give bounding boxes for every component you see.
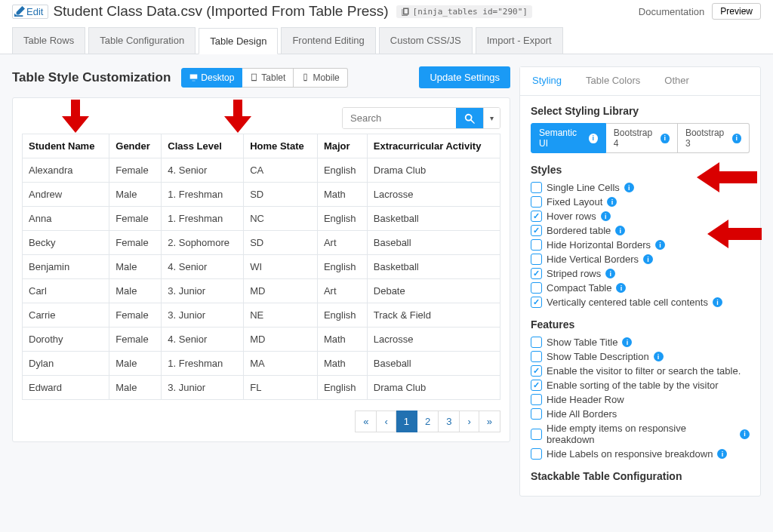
table-cell: Edward [23,376,109,400]
panel-tab[interactable]: Other [652,67,701,95]
table-cell: 1. Freshman [162,183,244,207]
edit-link[interactable]: Edit [12,5,48,19]
checkbox[interactable] [531,211,542,222]
checkbox-row: Hide Labels on responsive breakdowni [531,447,750,461]
info-icon[interactable]: i [616,283,626,293]
table-row: CarrieFemale3. JuniorNEEnglishTrack & Fi… [23,303,500,328]
table-cell: 1. Freshman [162,352,244,376]
column-header[interactable]: Major [317,134,367,158]
column-header[interactable]: Home State [244,134,318,158]
table-cell: Alexandra [23,158,109,183]
info-icon[interactable]: i [607,197,617,207]
checkbox[interactable] [531,239,542,251]
main-tab[interactable]: Table Design [199,28,278,54]
pager-prev[interactable]: ‹ [377,411,396,432]
shortcode-chip[interactable]: [ninja_tables id="290"] [396,5,532,18]
info-icon[interactable]: i [622,337,632,347]
device-tablet[interactable]: Tablet [242,68,294,88]
table-cell: Math [317,352,367,376]
checkbox-label: Show Table Description [547,351,649,362]
checkbox-row: Compact Tablei [531,281,750,295]
info-icon[interactable]: i [654,352,664,361]
library-toggle: Semantic UI iBootstrap 4 iBootstrap 3 i [531,123,750,153]
main-tab[interactable]: Frontend Editing [281,27,375,54]
checkbox[interactable] [531,182,542,193]
pager-page[interactable]: 2 [417,411,439,432]
checkbox-label: Enable the visitor to filter or search t… [547,365,741,377]
checkbox[interactable] [531,225,542,236]
panel-tab[interactable]: Styling [520,67,574,95]
search-input[interactable] [343,108,456,128]
pager-first[interactable]: « [355,411,377,432]
table-cell: Track & Field [367,303,500,328]
table-cell: Anna [23,207,109,231]
pager-page[interactable]: 3 [439,411,460,432]
info-icon[interactable]: i [624,183,634,192]
pager-last[interactable]: » [479,411,500,432]
checkbox[interactable] [531,365,542,377]
table-cell: Carl [23,279,109,303]
device-mobile[interactable]: Mobile [294,68,347,88]
info-icon: i [732,134,741,143]
info-icon[interactable]: i [655,240,665,250]
table-row: AnnaFemale1. FreshmanNCEnglishBasketball [23,207,500,231]
checkbox-label: Single Line Cells [547,182,620,193]
checkbox[interactable] [531,337,542,348]
column-header[interactable]: Extracurricular Activity [367,134,500,158]
main-tab[interactable]: Table Rows [12,27,85,54]
info-icon[interactable]: i [643,254,653,264]
checkbox-label: Hide empty items on responsive breakdown [547,423,735,445]
table-cell: Male [109,279,162,303]
update-settings-button[interactable]: Update Settings [419,66,510,88]
checkbox-label: Vertically centered table cell contents [547,297,708,308]
panel-tab[interactable]: Table Colors [574,67,652,95]
info-icon[interactable]: i [601,211,611,221]
library-option[interactable]: Bootstrap 4 i [606,123,678,153]
info-icon[interactable]: i [605,269,615,278]
main-tab[interactable]: Table Configuration [88,27,196,54]
library-option[interactable]: Bootstrap 3 i [678,123,750,153]
device-desktop[interactable]: Desktop [181,68,242,88]
search-button[interactable] [456,108,483,128]
checkbox[interactable] [531,297,542,308]
column-header[interactable]: Class Level [162,134,244,158]
info-icon[interactable]: i [713,297,722,307]
table-cell: Lacrosse [367,183,500,207]
checkbox[interactable] [531,351,542,362]
table-cell: Male [109,183,162,207]
pager-page[interactable]: 1 [396,411,417,432]
checkbox[interactable] [531,196,542,208]
work-area: Table Style Customization DesktopTabletM… [0,54,773,509]
stackable-heading: Stackable Table Configuration [531,470,750,482]
checkbox[interactable] [531,282,542,294]
search-box: ▾ [342,107,500,129]
checkbox[interactable] [531,394,542,405]
pager-next[interactable]: › [460,411,479,432]
checkbox[interactable] [531,408,542,420]
table-cell: English [317,207,367,231]
library-option[interactable]: Semantic UI i [531,123,606,153]
table-cell: 3. Junior [162,303,244,328]
info-icon[interactable]: i [740,429,750,439]
checkbox-label: Hide Labels on responsive breakdown [547,448,713,460]
column-header[interactable]: Student Name [23,134,109,158]
table-cell: 3. Junior [162,279,244,303]
info-icon[interactable]: i [717,449,727,459]
table-cell: Drama Club [367,376,500,400]
checkbox-row: Fixed Layouti [531,195,750,209]
left-column: Table Style Customization DesktopTabletM… [12,66,510,497]
main-tab[interactable]: Custom CSS/JS [379,27,473,54]
documentation-link[interactable]: Documentation [639,6,704,17]
page-title: Student Class Data.csv (Imported From Ta… [53,3,388,20]
checkbox[interactable] [531,268,542,279]
main-tab[interactable]: Import - Export [476,27,563,54]
column-header[interactable]: Gender [109,134,162,158]
preview-button[interactable]: Preview [712,3,761,20]
checkbox[interactable] [531,380,542,391]
checkbox[interactable] [531,254,542,265]
table-row: BenjaminMale4. SeniorWIEnglishBasketball [23,255,500,279]
checkbox[interactable] [531,448,542,460]
search-dropdown[interactable]: ▾ [483,108,500,128]
info-icon[interactable]: i [615,226,625,235]
checkbox[interactable] [531,429,542,440]
